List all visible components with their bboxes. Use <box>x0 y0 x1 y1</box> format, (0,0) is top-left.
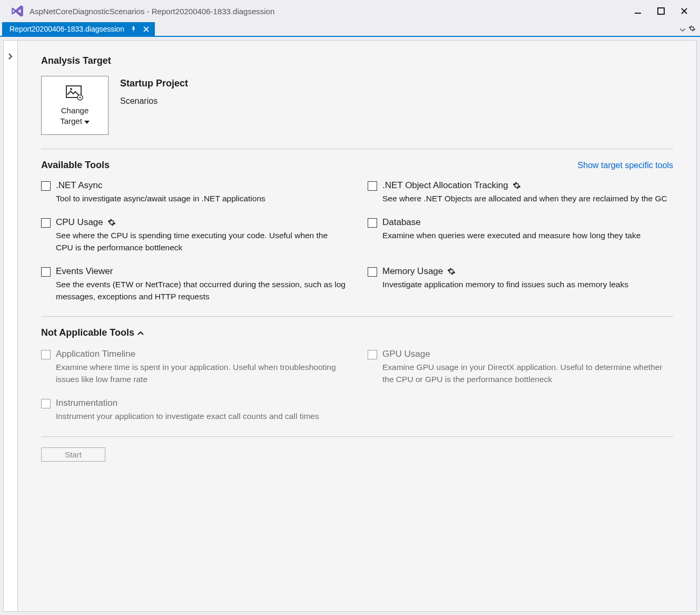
tool-memory-usage: Memory Usage Investigate application mem… <box>368 266 673 302</box>
start-button[interactable]: Start <box>41 447 105 462</box>
target-subtitle: Scenarios <box>120 96 188 106</box>
tab-report[interactable]: Report20200406-1833.diagsession <box>2 22 155 36</box>
separator <box>41 436 673 437</box>
close-tab-icon[interactable] <box>143 26 150 32</box>
tool-gpu-usage: GPU Usage Examine GPU usage in your Dire… <box>368 349 673 385</box>
checkbox[interactable] <box>368 181 377 191</box>
tool-events-viewer: Events Viewer See the events (ETW or Net… <box>41 266 347 302</box>
svg-point-5 <box>80 96 81 98</box>
checkbox[interactable] <box>368 218 377 228</box>
section-available-tools: Available Tools <box>41 160 110 171</box>
svg-rect-0 <box>635 13 641 14</box>
window-controls <box>633 6 689 16</box>
minimize-button[interactable] <box>633 6 643 16</box>
caret-down-icon <box>84 117 90 126</box>
window-title: AspNetCoreDiagnosticScenarios - Report20… <box>29 7 633 16</box>
checkbox <box>368 350 377 359</box>
separator <box>41 316 673 317</box>
side-expander[interactable] <box>3 40 18 612</box>
chevron-right-icon <box>8 53 13 611</box>
checkbox <box>41 399 51 408</box>
svg-point-3 <box>70 88 72 90</box>
checkbox[interactable] <box>368 267 377 277</box>
chevron-up-icon <box>137 329 144 337</box>
target-title: Startup Project <box>120 78 188 89</box>
tool-instrumentation: Instrumentation Instrument your applicat… <box>41 398 347 422</box>
svg-rect-1 <box>658 8 664 14</box>
tab-label: Report20200406-1833.diagsession <box>9 25 124 33</box>
change-target-line2: Target <box>60 117 82 126</box>
checkbox[interactable] <box>41 181 51 191</box>
tool-database: Database Examine when queries were execu… <box>368 217 673 253</box>
tab-overflow-icon[interactable] <box>680 25 685 33</box>
section-not-applicable-tools[interactable]: Not Applicable Tools <box>41 327 673 338</box>
tool-cpu-usage: CPU Usage See where the CPU is spending … <box>41 217 347 253</box>
available-tools-grid: .NET Async Tool to investigate async/awa… <box>41 180 673 302</box>
tool-net-async: .NET Async Tool to investigate async/awa… <box>41 180 347 204</box>
tool-net-object-allocation: .NET Object Allocation Tracking See wher… <box>368 180 673 204</box>
checkbox[interactable] <box>41 267 51 277</box>
change-target-button[interactable]: Change Target <box>41 76 109 135</box>
maximize-button[interactable] <box>656 6 666 16</box>
show-target-specific-link[interactable]: Show target specific tools <box>578 161 673 170</box>
section-analysis-target: Analysis Target <box>41 55 673 66</box>
checkbox[interactable] <box>41 218 51 228</box>
change-target-line1: Change <box>61 106 89 115</box>
picture-gear-icon <box>66 85 84 101</box>
content-panel: Analysis Target Change Target Startup Pr… <box>18 40 697 612</box>
gear-icon[interactable] <box>447 267 456 276</box>
close-button[interactable] <box>679 6 689 16</box>
checkbox <box>41 350 51 359</box>
tab-strip: Report20200406-1833.diagsession <box>0 22 700 37</box>
separator <box>41 149 673 149</box>
title-bar: AspNetCoreDiagnosticScenarios - Report20… <box>0 0 700 22</box>
pin-icon[interactable] <box>131 26 137 32</box>
tab-settings-icon[interactable] <box>688 25 696 34</box>
tool-application-timeline: Application Timeline Examine where time … <box>41 349 347 385</box>
gear-icon[interactable] <box>107 218 116 227</box>
gear-icon[interactable] <box>512 181 521 190</box>
not-applicable-tools-grid: Application Timeline Examine where time … <box>41 349 673 422</box>
vs-logo-icon <box>9 3 25 19</box>
